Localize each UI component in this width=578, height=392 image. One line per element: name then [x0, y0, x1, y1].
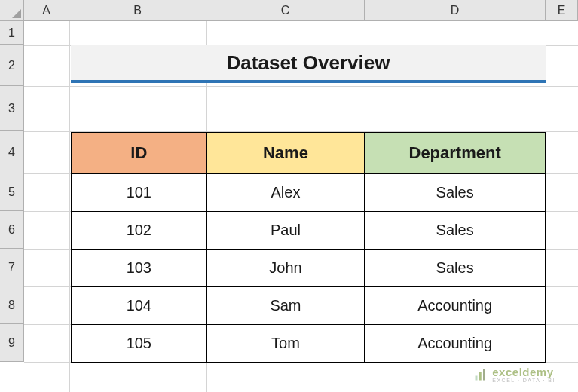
- grid-area[interactable]: Dataset Overview ID Name Department 101A…: [24, 21, 578, 392]
- col-header-D[interactable]: D: [365, 0, 546, 21]
- row-headers: 123456789: [0, 21, 24, 362]
- row-header-1[interactable]: 1: [0, 21, 24, 45]
- cell-id[interactable]: 101: [72, 174, 207, 212]
- svg-rect-2: [483, 369, 485, 381]
- watermark-sub: EXCEL · DATA · BI: [492, 378, 555, 383]
- col-header-A[interactable]: A: [24, 0, 69, 21]
- cell-department[interactable]: Sales: [365, 250, 546, 287]
- row-header-9[interactable]: 9: [0, 324, 24, 362]
- row-header-4[interactable]: 4: [0, 131, 24, 173]
- header-name[interactable]: Name: [206, 133, 365, 174]
- select-all-corner[interactable]: [0, 0, 24, 21]
- cell-department[interactable]: Accounting: [365, 325, 546, 363]
- cell-name[interactable]: John: [206, 250, 365, 287]
- col-header-C[interactable]: C: [206, 0, 365, 21]
- row-header-7[interactable]: 7: [0, 249, 24, 286]
- chart-icon: [474, 368, 488, 381]
- header-department[interactable]: Department: [365, 133, 546, 174]
- watermark-brand: exceldemy: [492, 366, 555, 378]
- table-row: 101AlexSales: [72, 174, 546, 212]
- row-header-3[interactable]: 3: [0, 86, 24, 131]
- header-id[interactable]: ID: [72, 133, 207, 174]
- cell-id[interactable]: 104: [72, 287, 207, 325]
- title-merged-cell[interactable]: Dataset Overview: [71, 45, 546, 83]
- cell-id[interactable]: 103: [72, 250, 207, 287]
- table-row: 102PaulSales: [72, 212, 546, 250]
- watermark: exceldemy EXCEL · DATA · BI: [474, 366, 555, 383]
- row-header-8[interactable]: 8: [0, 286, 24, 324]
- watermark-text: exceldemy EXCEL · DATA · BI: [492, 366, 555, 383]
- data-table: ID Name Department 101AlexSales102PaulSa…: [71, 132, 546, 363]
- table-row: 103JohnSales: [72, 250, 546, 287]
- row-header-2[interactable]: 2: [0, 45, 24, 86]
- col-header-B[interactable]: B: [69, 0, 206, 21]
- row-header-6[interactable]: 6: [0, 211, 24, 249]
- page-title: Dataset Overview: [227, 51, 390, 75]
- table-header-row: ID Name Department: [72, 133, 546, 174]
- column-headers: ABCDE: [24, 0, 578, 21]
- cell-id[interactable]: 105: [72, 325, 207, 363]
- cell-department[interactable]: Sales: [365, 174, 546, 212]
- cell-id[interactable]: 102: [72, 212, 207, 250]
- row-header-5[interactable]: 5: [0, 173, 24, 211]
- cell-name[interactable]: Sam: [206, 287, 365, 325]
- cell-name[interactable]: Tom: [206, 325, 365, 363]
- cell-name[interactable]: Alex: [206, 174, 365, 212]
- table-row: 105TomAccounting: [72, 325, 546, 363]
- svg-rect-0: [476, 376, 478, 381]
- col-header-E[interactable]: E: [546, 0, 578, 21]
- table-row: 104SamAccounting: [72, 287, 546, 325]
- svg-rect-1: [479, 372, 482, 381]
- cell-department[interactable]: Sales: [365, 212, 546, 250]
- spreadsheet: ABCDE 123456789 Dataset Overview ID Name…: [0, 0, 578, 392]
- cell-department[interactable]: Accounting: [365, 287, 546, 325]
- cell-name[interactable]: Paul: [206, 212, 365, 250]
